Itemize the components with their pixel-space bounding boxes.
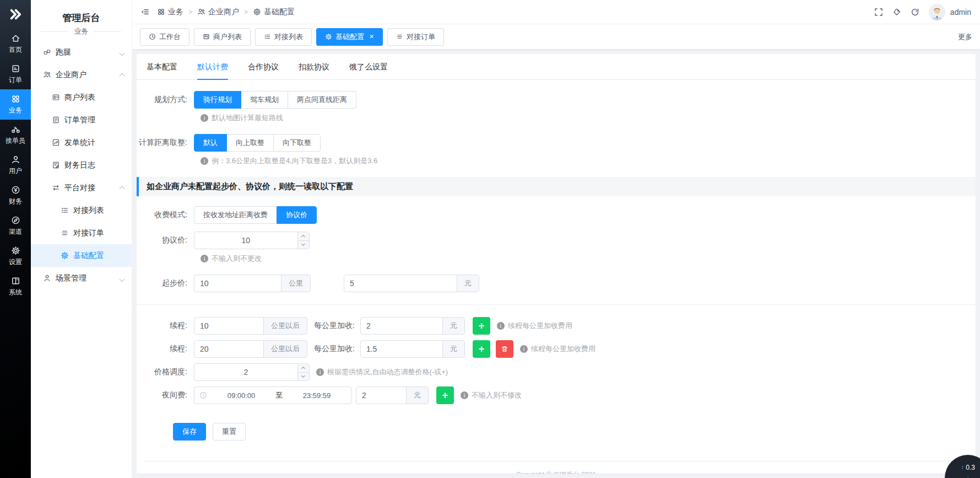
refresh-icon[interactable]	[911, 8, 919, 17]
avatar[interactable]	[929, 4, 945, 20]
finance-icon	[11, 185, 20, 195]
rail-item-orders[interactable]: 订单	[0, 59, 31, 89]
stepper-down-button[interactable]	[298, 241, 309, 249]
rail-item-users[interactable]: 用户	[0, 150, 31, 180]
reset-button[interactable]: 重置	[213, 423, 246, 441]
breadcrumb-enterprise-merchant[interactable]: 企业商户	[197, 7, 239, 17]
charge-mode-group: 按收发地址距离收费 协议价	[194, 206, 317, 224]
order-icon	[11, 64, 20, 73]
renewal-km-input[interactable]	[194, 341, 263, 357]
company-icon	[197, 8, 205, 16]
night-fee-time-range[interactable]: 09:00:00 至 23:59:59	[194, 386, 351, 404]
tab-workbench[interactable]: 工作台	[140, 28, 189, 46]
gear-icon	[253, 8, 261, 16]
per-km-label: 每公里加收:	[307, 344, 360, 354]
grid-icon	[157, 8, 165, 16]
lines-icon	[61, 229, 69, 237]
planning-riding-button[interactable]: 骑行规划	[194, 91, 241, 109]
agreement-price-input[interactable]	[194, 232, 297, 249]
km-unit: 公里	[281, 275, 310, 292]
rail-item-system[interactable]: 系统	[0, 271, 31, 302]
rounding-down-button[interactable]: 向下取整	[273, 134, 321, 152]
close-tab-icon[interactable]: ✕	[369, 33, 374, 40]
billing-form: 规划方式: 骑行规划 驾车规划 两点间直线距离 默认地图计算最短路线 计算距离取…	[137, 80, 976, 441]
breadcrumb-separator	[188, 8, 192, 16]
tab-merchant-list[interactable]: 商户列表	[194, 28, 251, 46]
chevron-up-icon	[120, 71, 124, 79]
theme-skin-icon[interactable]	[892, 8, 901, 17]
logo-icon	[8, 7, 23, 22]
tab-default-billing[interactable]: 默认计费	[197, 54, 228, 79]
sidebar-item-paotui[interactable]: 跑腿	[31, 41, 132, 63]
charge-agreement-price-button[interactable]: 协议价	[277, 206, 317, 224]
tab-dock-list[interactable]: 对接列表	[255, 28, 312, 46]
tab-eleme-setting[interactable]: 饿了么设置	[349, 54, 388, 79]
planning-mode-label: 规划方式:	[137, 95, 194, 105]
info-icon	[201, 114, 208, 122]
renewal-km-input[interactable]	[194, 318, 263, 334]
renewal-fee-input[interactable]	[361, 318, 442, 334]
sidebar-item-platform-dock[interactable]: 平台对接	[31, 176, 132, 199]
stepper-up-button[interactable]	[298, 364, 309, 373]
tab-basic-config[interactable]: 基础配置 ✕	[316, 28, 383, 46]
sidebar-item-finance-log[interactable]: 财务日志	[31, 154, 132, 176]
more-button[interactable]: 更多	[958, 32, 972, 42]
save-button[interactable]: 保存	[173, 423, 206, 441]
planning-straight-line-button[interactable]: 两点间直线距离	[288, 91, 356, 109]
sidebar-item-dispatch-stats[interactable]: 发单统计	[31, 131, 132, 154]
stepper-up-button[interactable]	[298, 232, 309, 241]
tab-basic-setting[interactable]: 基本配置	[147, 54, 177, 79]
tab-cooperation-agreement[interactable]: 合作协议	[248, 54, 279, 79]
rail-item-label: 订单	[9, 76, 22, 85]
fullscreen-icon[interactable]	[874, 8, 883, 17]
rounding-up-button[interactable]: 向上取整	[226, 134, 274, 152]
rail-item-settings[interactable]: 设置	[0, 241, 31, 271]
rounding-default-button[interactable]: 默认	[194, 134, 227, 152]
info-icon	[497, 322, 505, 330]
price-adjust-input[interactable]	[194, 364, 297, 380]
rail-item-courier[interactable]: 接单员	[0, 120, 31, 150]
charge-by-distance-button[interactable]: 按收发地址距离收费	[194, 206, 277, 224]
charge-mode-label: 收费模式:	[137, 210, 194, 220]
rail-item-channel[interactable]: 渠道	[0, 211, 31, 241]
sidebar-item-enterprise-merchant[interactable]: 企业商户	[31, 63, 132, 86]
add-renewal-button[interactable]	[473, 317, 490, 335]
username[interactable]: admin	[950, 8, 971, 17]
sidebar-item-order-manage[interactable]: 订单管理	[31, 109, 132, 131]
errand-icon	[43, 48, 51, 56]
base-price-km-input[interactable]	[194, 275, 281, 292]
rail-item-home[interactable]: 首页	[0, 29, 31, 59]
rail-item-business[interactable]: 业务	[0, 89, 31, 120]
agreement-price-hint: 不输入则不更改	[201, 254, 976, 264]
id-card-icon	[52, 93, 60, 101]
add-renewal-button[interactable]	[473, 340, 490, 358]
bike-icon	[11, 125, 20, 134]
collapse-sidebar-icon[interactable]	[141, 8, 149, 16]
rail-item-finance[interactable]: 财务	[0, 180, 31, 211]
sidebar-item-dock-orders[interactable]: 对接订单	[31, 222, 132, 244]
delete-renewal-button[interactable]	[496, 340, 513, 358]
renewal-fee-input[interactable]	[361, 341, 442, 357]
night-fee-end-time[interactable]: 23:59:59	[283, 387, 351, 404]
dashed-divider	[144, 461, 968, 461]
upload-speed: 0.3	[966, 462, 975, 473]
night-fee-amount-input[interactable]	[356, 387, 406, 404]
sidebar-item-dock-list[interactable]: 对接列表	[31, 199, 132, 222]
app-logo[interactable]	[0, 0, 31, 29]
chart-icon	[52, 138, 60, 147]
base-price-fee-input[interactable]	[344, 275, 457, 292]
breadcrumb-business[interactable]: 业务	[157, 7, 183, 17]
sidebar-item-merchant-list[interactable]: 商户列表	[31, 86, 132, 109]
breadcrumb-basic-config[interactable]: 基础配置	[253, 7, 295, 17]
night-fee-start-time[interactable]: 09:00:00	[207, 387, 275, 404]
sidebar-item-scene-manage[interactable]: 场景管理	[31, 267, 132, 289]
main-area: 业务 企业商户 基础配置 admin 工作台	[132, 0, 980, 478]
sidebar-item-basic-config[interactable]: 基础配置	[31, 244, 132, 267]
stepper-down-button[interactable]	[298, 373, 309, 381]
add-night-fee-button[interactable]	[436, 386, 454, 404]
number-stepper	[297, 364, 309, 380]
app-title: 管理后台	[31, 0, 132, 24]
tab-deduction-agreement[interactable]: 扣款协议	[299, 54, 329, 79]
tab-dock-orders[interactable]: 对接订单	[387, 28, 444, 46]
planning-driving-button[interactable]: 驾车规划	[241, 91, 288, 109]
